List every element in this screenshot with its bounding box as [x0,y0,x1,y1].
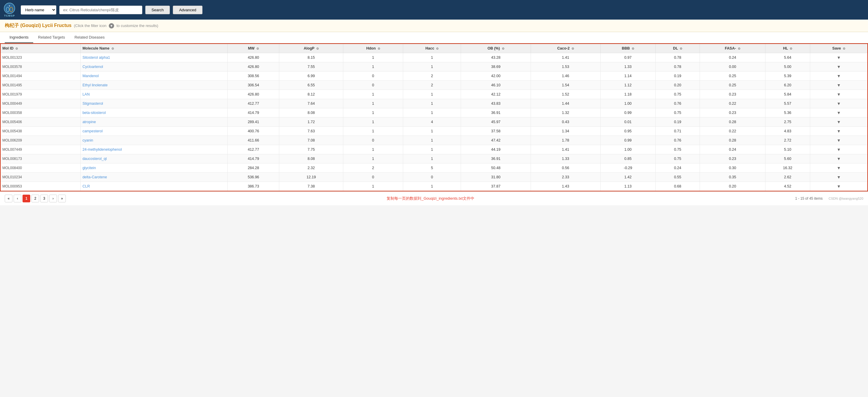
cell-mol-name[interactable]: Cycloartenol [81,62,228,72]
last-page-button[interactable]: » [58,195,66,202]
cell-save[interactable]: ▼ [810,90,868,99]
mol-name-link[interactable]: glycitein [83,166,96,170]
caco2-sort-icon[interactable]: ⊙ [571,47,574,50]
cell-mol-name[interactable]: Stigmasterol [81,99,228,108]
cell-hacc: 1 [403,62,461,72]
cell-save[interactable]: ▼ [810,117,868,127]
mol-name-link[interactable]: Stigmasterol [83,102,103,106]
cell-fasa: 0.23 [700,90,766,99]
tab-related-targets[interactable]: Related Targets [33,32,70,43]
cell-mol-name[interactable]: beta-sitosterol [81,108,228,117]
mol-name-link[interactable]: Cycloartenol [83,65,103,69]
cell-mol-name[interactable]: Mandenol [81,72,228,81]
mol-name-sort-icon[interactable]: ⊙ [112,47,114,50]
hdon-sort-icon[interactable]: ⊙ [378,47,380,50]
mol-name-link[interactable]: cyanin [83,138,93,142]
next-page-button[interactable]: › [49,195,57,202]
cell-save[interactable]: ▼ [810,127,868,136]
col-save[interactable]: Save ⊙ [810,44,868,53]
col-mol-id[interactable]: Mol ID ⊙ [0,44,81,53]
cell-mol-name[interactable]: atropine [81,117,228,127]
save-sort-icon[interactable]: ⊙ [843,47,845,50]
mol-name-link[interactable]: daucosterol_qt [83,157,107,161]
col-alogp[interactable]: AlogP ⊙ [279,44,343,53]
mw-sort-icon[interactable]: ⊙ [256,47,259,50]
search-button[interactable]: Search [145,6,170,14]
col-fasa[interactable]: FASA- ⊙ [700,44,766,53]
page-1-button[interactable]: 1 [23,195,30,202]
cell-save[interactable]: ▼ [810,164,868,173]
mol-name-link[interactable]: beta-sitosterol [83,111,106,115]
cell-mol-name[interactable]: glycitein [81,164,228,173]
search-input[interactable] [59,6,142,14]
cell-save[interactable]: ▼ [810,145,868,154]
cell-save[interactable]: ▼ [810,99,868,108]
cell-alogp: 1.72 [279,117,343,127]
cell-caco2: 1.32 [531,108,600,117]
mol-name-link[interactable]: delta-Carotene [83,175,107,179]
cell-save[interactable]: ▼ [810,72,868,81]
cell-hacc: 2 [403,72,461,81]
col-hdon[interactable]: Hdon ⊙ [343,44,403,53]
cell-save[interactable]: ▼ [810,173,868,182]
cell-mol-name[interactable]: Ethyl linolenate [81,81,228,90]
cell-save[interactable]: ▼ [810,182,868,191]
cell-mw: 306.54 [228,81,279,90]
cell-mol-name[interactable]: delta-Carotene [81,173,228,182]
cell-mol-name[interactable]: 24-methylidenelophenol [81,145,228,154]
cell-save[interactable]: ▼ [810,81,868,90]
cell-mol-id: MOL008400 [0,164,81,173]
col-caco2[interactable]: Caco-2 ⊙ [531,44,600,53]
cell-save[interactable]: ▼ [810,154,868,164]
col-ob[interactable]: OB (%) ⊙ [461,44,531,53]
page-2-button[interactable]: 2 [31,195,39,202]
mol-id-sort-icon[interactable]: ⊙ [16,47,18,50]
alogp-sort-icon[interactable]: ⊙ [316,47,319,50]
mol-name-link[interactable]: Mandenol [83,74,99,78]
cell-mol-name[interactable]: daucosterol_qt [81,154,228,164]
mol-name-link[interactable]: Ethyl linolenate [83,83,107,87]
mol-name-link[interactable]: campesterol [83,129,102,133]
cell-mol-id: MOL000449 [0,99,81,108]
cell-ob: 46.10 [461,81,531,90]
cell-mol-name[interactable]: CLR [81,182,228,191]
cell-mol-name[interactable]: cyanin [81,136,228,145]
col-bbb[interactable]: BBB ⊙ [600,44,655,53]
mol-name-link[interactable]: atropine [83,120,96,124]
mol-name-link[interactable]: LAN [83,92,90,96]
col-dl[interactable]: DL ⊙ [655,44,700,53]
cell-mol-name[interactable]: Sitosterol alpha1 [81,53,228,62]
mol-name-link[interactable]: 24-methylidenelophenol [83,147,122,152]
col-mw[interactable]: MW ⊙ [228,44,279,53]
page-3-button[interactable]: 3 [40,195,48,202]
cell-mol-name[interactable]: LAN [81,90,228,99]
cell-ob: 38.69 [461,62,531,72]
hl-sort-icon[interactable]: ⊙ [790,47,792,50]
filter-icon[interactable]: ▼ [109,23,114,28]
col-mol-name[interactable]: Molecule Name ⊙ [81,44,228,53]
col-hacc[interactable]: Hacc ⊙ [403,44,461,53]
cell-save[interactable]: ▼ [810,53,868,62]
ob-sort-icon[interactable]: ⊙ [502,47,504,50]
tab-related-diseases[interactable]: Related Diseases [70,32,110,43]
mol-name-link[interactable]: CLR [83,184,90,189]
fasa-sort-icon[interactable]: ⊙ [738,47,740,50]
dl-sort-icon[interactable]: ⊙ [680,47,682,50]
col-hl[interactable]: HL ⊙ [766,44,810,53]
cell-mw: 400.76 [228,127,279,136]
cell-dl: 0.75 [655,145,700,154]
cell-hl: 5.60 [766,154,810,164]
hacc-sort-icon[interactable]: ⊙ [436,47,438,50]
first-page-button[interactable]: « [5,195,12,202]
cell-mol-name[interactable]: campesterol [81,127,228,136]
mol-name-link[interactable]: Sitosterol alpha1 [83,55,110,60]
cell-ob: 36.91 [461,154,531,164]
advanced-button[interactable]: Advanced [173,6,203,14]
bbb-sort-icon[interactable]: ⊙ [632,47,634,50]
prev-page-button[interactable]: ‹ [13,195,21,202]
tab-ingredients[interactable]: Ingredients [5,32,33,43]
cell-save[interactable]: ▼ [810,62,868,72]
cell-save[interactable]: ▼ [810,108,868,117]
search-type-select[interactable]: Herb name Molecule Target Disease [21,5,56,15]
cell-save[interactable]: ▼ [810,136,868,145]
